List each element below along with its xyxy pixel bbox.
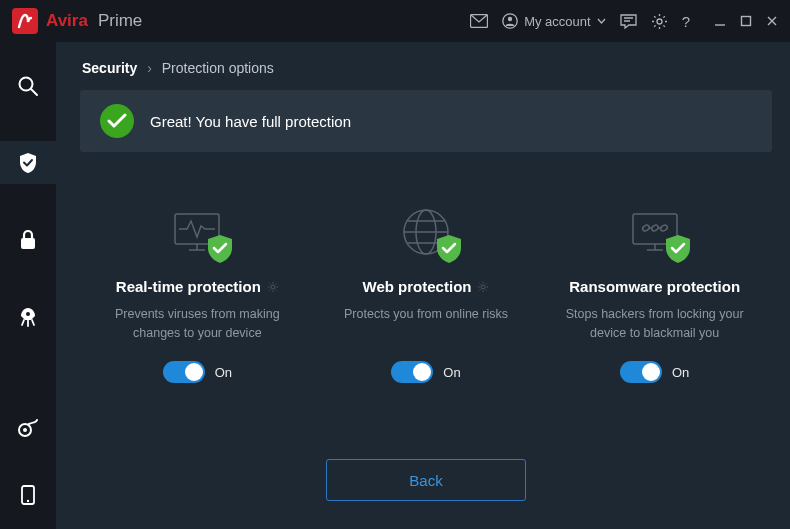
breadcrumb-page: Protection options [162,60,274,76]
breadcrumb: Security › Protection options [80,60,772,76]
mail-icon[interactable] [470,14,488,28]
help-icon[interactable]: ? [682,13,690,30]
svg-point-13 [271,285,275,289]
chevron-right-icon: › [147,60,152,76]
titlebar: Avira Prime My account ? [0,0,790,42]
brand: Avira Prime [12,8,142,34]
search-icon [17,75,39,97]
ransomware-icon [620,204,690,260]
rocket-icon [17,306,39,328]
svg-point-2 [508,17,512,21]
maximize-icon[interactable] [740,15,752,27]
card-ransomware-title: Ransomware protection [569,278,740,295]
account-menu[interactable]: My account [502,13,605,29]
lock-icon [19,229,37,251]
svg-point-11 [27,500,29,502]
logo-icon [12,8,38,34]
phone-icon [21,485,35,505]
gear-icon[interactable] [477,281,489,293]
toggle-web[interactable] [391,361,433,383]
brand-edition: Prime [98,11,142,31]
status-message: Great! You have full protection [150,113,351,130]
minimize-icon[interactable] [714,15,726,27]
svg-point-18 [641,224,650,232]
shield-check-icon [664,234,692,264]
toggle-ransomware-label: On [672,365,689,380]
svg-rect-4 [742,17,751,26]
toggle-realtime[interactable] [163,361,205,383]
svg-point-19 [650,224,659,232]
sidebar-search[interactable] [0,64,56,107]
sidebar-mobile[interactable] [0,474,56,517]
status-panel: Great! You have full protection [80,90,772,152]
shield-icon [18,152,38,174]
svg-point-9 [23,428,27,432]
status-check-icon [100,104,134,138]
gear-icon[interactable] [267,281,279,293]
realtime-icon [162,204,232,260]
toggle-ransomware[interactable] [620,361,662,383]
sidebar-vpn[interactable] [0,407,56,450]
toggle-web-label: On [443,365,460,380]
shield-check-icon [206,234,234,264]
main-content: Security › Protection options Great! You… [56,42,790,529]
card-realtime-title: Real-time protection [116,278,279,295]
card-web-title: Web protection [363,278,490,295]
svg-point-16 [481,285,485,289]
card-web: Web protection Protects you from online … [317,204,536,383]
close-icon[interactable] [766,15,778,27]
protection-cards: Real-time protection Prevents viruses fr… [80,204,772,383]
toggle-realtime-label: On [215,365,232,380]
back-button[interactable]: Back [326,459,526,501]
web-icon [391,204,461,260]
svg-point-3 [657,19,662,24]
svg-point-20 [659,224,668,232]
sidebar-performance[interactable] [0,296,56,339]
vpn-icon [17,418,39,438]
sidebar-privacy[interactable] [0,218,56,261]
card-ransomware: Ransomware protection Stops hackers from… [545,204,764,383]
sidebar-security[interactable] [0,141,56,184]
brand-name: Avira [46,11,88,31]
account-label: My account [524,14,590,29]
svg-rect-6 [21,238,35,249]
chevron-down-icon [597,18,606,24]
feedback-icon[interactable] [620,14,637,29]
svg-point-7 [26,312,30,316]
card-ransomware-desc: Stops hackers from locking your device t… [550,305,760,343]
card-realtime-desc: Prevents viruses from making changes to … [92,305,302,343]
gear-icon[interactable] [651,13,668,30]
card-web-desc: Protects you from online risks [344,305,508,343]
breadcrumb-section[interactable]: Security [82,60,137,76]
titlebar-actions: My account ? [470,13,778,30]
shield-check-icon [435,234,463,264]
person-icon [502,13,518,29]
card-realtime: Real-time protection Prevents viruses fr… [88,204,307,383]
sidebar [0,42,56,529]
